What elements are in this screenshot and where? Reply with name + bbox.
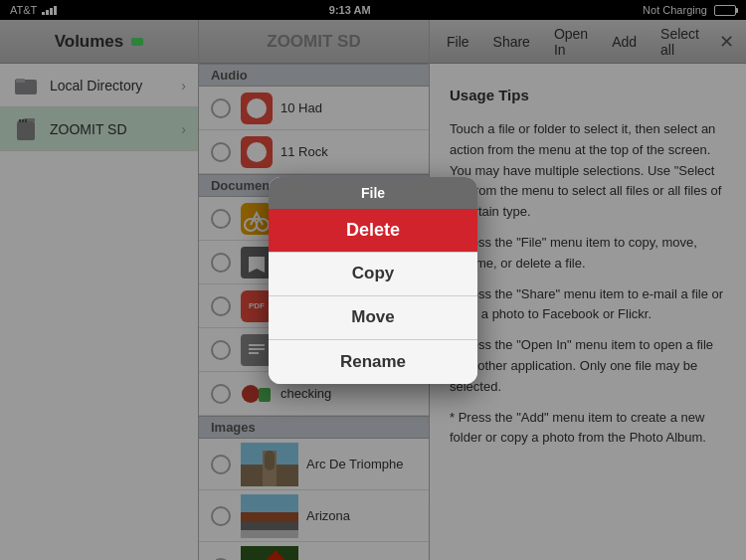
modal-overlay[interactable]: File Delete Copy Move Rename	[0, 0, 746, 560]
rename-button[interactable]: Rename	[269, 340, 477, 384]
delete-button[interactable]: Delete	[269, 209, 477, 253]
modal-header: File	[269, 177, 477, 209]
modal-dialog: File Delete Copy Move Rename	[269, 177, 477, 384]
copy-button[interactable]: Copy	[269, 253, 477, 296]
move-button[interactable]: Move	[269, 296, 477, 340]
